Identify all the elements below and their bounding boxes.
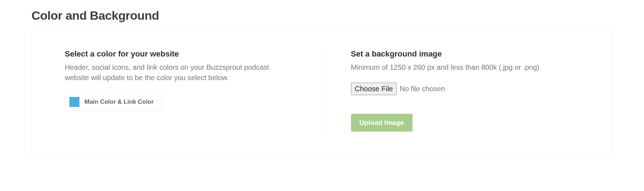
page-title: Color and Background (31, 9, 613, 23)
color-picker-label: Main Color & Link Color (84, 98, 154, 106)
choose-file-button[interactable]: Choose File (351, 83, 397, 95)
color-column: Select a color for your website Header, … (65, 49, 322, 132)
file-status-text: No file chosen (400, 85, 445, 93)
color-section-description: Header, social icons, and link colors on… (65, 62, 293, 83)
upload-image-button[interactable]: Upload Image (351, 114, 413, 132)
file-input-row: Choose File No file chosen (351, 83, 580, 95)
background-section-description: Minimum of 1250 x 260 px and less than 8… (351, 62, 580, 73)
background-column: Set a background image Minimum of 1250 x… (322, 49, 580, 132)
settings-panel: Select a color for your website Header, … (31, 29, 613, 157)
color-section-title: Select a color for your website (65, 49, 293, 59)
background-section-title: Set a background image (351, 49, 580, 59)
color-picker[interactable]: Main Color & Link Color (65, 93, 162, 111)
color-swatch-icon (69, 97, 79, 107)
